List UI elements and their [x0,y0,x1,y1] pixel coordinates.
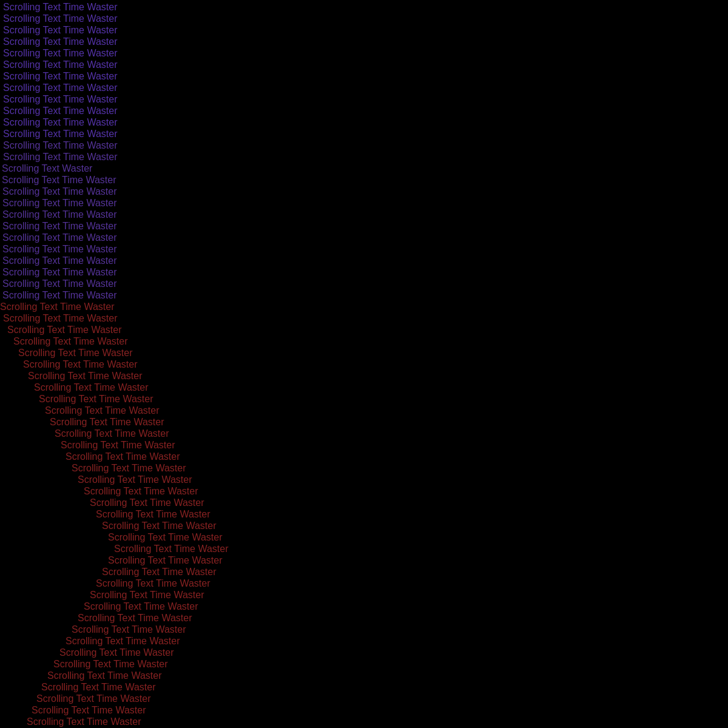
list-item: Scrolling Text Time Waster [0,197,728,209]
list-item: Scrolling Text Time Waster [0,601,728,612]
list-item: Scrolling Text Time Waster [0,428,728,439]
list-item: Scrolling Text Time Waster [0,566,728,578]
list-item: Scrolling Text Time Waster [0,47,728,59]
list-item: Scrolling Text Time Waster [0,128,728,140]
list-item: Scrolling Text Time Waster [0,451,728,462]
list-item: Scrolling Text Time Waster [0,543,728,554]
list-item: Scrolling Text Time Waster [0,266,728,278]
list-item: Scrolling Text Time Waster [0,13,728,24]
list-item: Scrolling Text Time Waster [0,59,728,70]
list-item: Scrolling Text Time Waster [0,324,728,335]
list-item: Scrolling Text Time Waster [0,589,728,601]
list-item: Scrolling Text Time Waster [0,462,728,474]
list-item: Scrolling Text Waster [0,163,728,174]
list-item: Scrolling Text Time Waster [0,232,728,243]
list-item: Scrolling Text Time Waster [0,554,728,566]
list-item: Scrolling Text Time Waster [0,497,728,508]
list-item: Scrolling Text Time Waster [0,578,728,589]
list-item: Scrolling Text Time Waster [0,209,728,220]
list-item: Scrolling Text Time Waster [0,370,728,382]
list-item: Scrolling Text Time Waster [0,624,728,635]
list-item: Scrolling Text Time Waster [0,36,728,47]
list-item: Scrolling Text Time Waster [0,174,728,186]
list-item: Scrolling Text Time Waster [0,1,728,13]
list-item: Scrolling Text Time Waster [0,647,728,658]
list-item: Scrolling Text Time Waster [0,658,728,670]
list-item: Scrolling Text Time Waster [0,347,728,359]
list-item: Scrolling Text Time Waster [0,116,728,128]
list-item: Scrolling Text Time Waster [0,508,728,520]
list-item: Scrolling Text Time Waster [0,243,728,255]
list-item: Scrolling Text Time Waster [0,220,728,232]
list-item: Scrolling Text Time Waster [0,693,728,704]
list-item: Scrolling Text Time Waster [0,716,728,727]
list-item: Scrolling Text Time Waster [0,635,728,647]
list-item: Scrolling Text Time Waster [0,186,728,197]
list-item: Scrolling Text Time Waster [0,439,728,451]
list-item: Scrolling Text Time Waster [0,312,728,324]
list-item: Scrolling Text Time Waster [0,405,728,416]
list-item: Scrolling Text Time Waster [0,335,728,347]
list-item: Scrolling Text Time Waster [0,82,728,93]
list-item: Scrolling Text Time Waster [0,93,728,105]
list-item: Scrolling Text Time Waster [0,393,728,405]
list-item: Scrolling Text Time Waster [0,151,728,163]
list-item: Scrolling Text Time Waster [0,105,728,116]
list-item: Scrolling Text Time Waster [0,520,728,531]
list-item: Scrolling Text Time Waster [0,24,728,36]
list-item: Scrolling Text Time Waster [0,670,728,681]
list-item: Scrolling Text Time Waster [0,416,728,428]
list-item: Scrolling Text Time Waster [0,704,728,716]
list-item: Scrolling Text Time Waster [0,612,728,624]
list-item: Scrolling Text Time Waster [0,70,728,82]
list-item: Scrolling Text Time Waster [0,474,728,485]
list-item: Scrolling Text Time Waster [0,681,728,693]
list-item: Scrolling Text Time Waster [0,485,728,497]
list-item: Scrolling Text Time Waster [0,301,728,312]
scrolling-text-list: Scrolling Text Time WasterScrolling Text… [0,0,728,728]
list-item: Scrolling Text Time Waster [0,359,728,370]
list-item: Scrolling Text Time Waster [0,289,728,301]
list-item: Scrolling Text Time Waster [0,140,728,151]
list-item: Scrolling Text Time Waster [0,382,728,393]
list-item: Scrolling Text Time Waster [0,531,728,543]
list-item: Scrolling Text Time Waster [0,278,728,289]
list-item: Scrolling Text Time Waster [0,255,728,266]
